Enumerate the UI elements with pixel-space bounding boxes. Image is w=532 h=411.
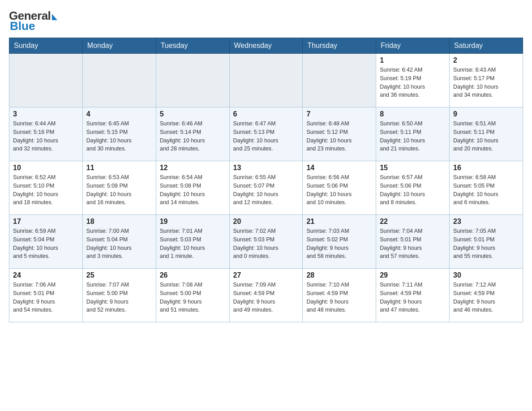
calendar-weekday-header: Saturday	[450, 38, 523, 54]
day-info: Sunrise: 7:03 AM Sunset: 5:02 PM Dayligh…	[306, 227, 372, 261]
day-number: 1	[380, 56, 446, 64]
day-info: Sunrise: 7:01 AM Sunset: 5:03 PM Dayligh…	[160, 227, 226, 261]
calendar-week-row: 24Sunrise: 7:06 AM Sunset: 5:01 PM Dayli…	[9, 269, 523, 322]
calendar-day-cell: 16Sunrise: 6:58 AM Sunset: 5:05 PM Dayli…	[450, 161, 523, 215]
day-number: 10	[13, 164, 79, 172]
day-info: Sunrise: 7:04 AM Sunset: 5:01 PM Dayligh…	[380, 227, 446, 261]
day-number: 22	[380, 218, 446, 226]
day-info: Sunrise: 6:45 AM Sunset: 5:15 PM Dayligh…	[86, 120, 152, 153]
calendar-day-cell: 26Sunrise: 7:08 AM Sunset: 5:00 PM Dayli…	[156, 269, 229, 322]
day-number: 13	[233, 164, 299, 172]
day-number: 6	[233, 110, 299, 118]
calendar-day-cell: 25Sunrise: 7:07 AM Sunset: 5:00 PM Dayli…	[82, 269, 156, 322]
day-number: 18	[86, 218, 152, 226]
day-number: 29	[380, 271, 446, 279]
calendar-day-cell: 27Sunrise: 7:09 AM Sunset: 4:59 PM Dayli…	[229, 269, 303, 322]
calendar-weekday-header: Monday	[82, 38, 156, 54]
calendar-week-row: 17Sunrise: 6:59 AM Sunset: 5:04 PM Dayli…	[9, 215, 523, 269]
day-number: 26	[160, 271, 226, 279]
calendar-day-cell: 15Sunrise: 6:57 AM Sunset: 5:06 PM Dayli…	[376, 161, 450, 215]
day-number: 15	[380, 164, 446, 172]
day-info: Sunrise: 7:11 AM Sunset: 4:59 PM Dayligh…	[380, 281, 446, 314]
calendar-day-cell: 13Sunrise: 6:55 AM Sunset: 5:07 PM Dayli…	[229, 161, 303, 215]
calendar-day-cell: 21Sunrise: 7:03 AM Sunset: 5:02 PM Dayli…	[303, 215, 376, 269]
calendar-day-cell: 18Sunrise: 7:00 AM Sunset: 5:04 PM Dayli…	[82, 215, 156, 269]
page-header: General Blue	[9, 9, 523, 33]
calendar-weekday-header: Tuesday	[156, 38, 229, 54]
calendar-header-row: SundayMondayTuesdayWednesdayThursdayFrid…	[9, 38, 523, 54]
calendar-table: SundayMondayTuesdayWednesdayThursdayFrid…	[9, 38, 523, 322]
calendar-day-cell: 12Sunrise: 6:54 AM Sunset: 5:08 PM Dayli…	[156, 161, 229, 215]
day-info: Sunrise: 7:09 AM Sunset: 4:59 PM Dayligh…	[233, 281, 299, 314]
calendar-day-cell: 8Sunrise: 6:50 AM Sunset: 5:11 PM Daylig…	[376, 107, 450, 161]
day-info: Sunrise: 7:12 AM Sunset: 4:59 PM Dayligh…	[453, 281, 519, 314]
day-info: Sunrise: 7:08 AM Sunset: 5:00 PM Dayligh…	[160, 281, 226, 314]
day-info: Sunrise: 6:54 AM Sunset: 5:08 PM Dayligh…	[160, 173, 226, 207]
calendar-day-cell: 7Sunrise: 6:48 AM Sunset: 5:12 PM Daylig…	[303, 107, 376, 161]
day-info: Sunrise: 6:58 AM Sunset: 5:05 PM Dayligh…	[453, 173, 519, 207]
calendar-day-cell: 22Sunrise: 7:04 AM Sunset: 5:01 PM Dayli…	[376, 215, 450, 269]
day-number: 30	[453, 271, 519, 279]
day-number: 5	[160, 110, 226, 118]
calendar-day-cell: 28Sunrise: 7:10 AM Sunset: 4:59 PM Dayli…	[303, 269, 376, 322]
day-number: 12	[160, 164, 226, 172]
day-info: Sunrise: 7:06 AM Sunset: 5:01 PM Dayligh…	[13, 281, 79, 314]
calendar-day-cell: 4Sunrise: 6:45 AM Sunset: 5:15 PM Daylig…	[82, 107, 156, 161]
calendar-day-cell: 9Sunrise: 6:51 AM Sunset: 5:11 PM Daylig…	[450, 107, 523, 161]
day-number: 7	[306, 110, 372, 118]
day-info: Sunrise: 7:02 AM Sunset: 5:03 PM Dayligh…	[233, 227, 299, 261]
day-info: Sunrise: 6:42 AM Sunset: 5:19 PM Dayligh…	[380, 66, 446, 99]
calendar-day-cell: 3Sunrise: 6:44 AM Sunset: 5:16 PM Daylig…	[9, 107, 83, 161]
calendar-day-cell: 14Sunrise: 6:56 AM Sunset: 5:06 PM Dayli…	[303, 161, 376, 215]
day-number: 11	[86, 164, 152, 172]
day-info: Sunrise: 7:07 AM Sunset: 5:00 PM Dayligh…	[86, 281, 152, 314]
day-info: Sunrise: 7:10 AM Sunset: 4:59 PM Dayligh…	[306, 281, 372, 314]
calendar-day-cell: 23Sunrise: 7:05 AM Sunset: 5:01 PM Dayli…	[450, 215, 523, 269]
day-info: Sunrise: 6:57 AM Sunset: 5:06 PM Dayligh…	[380, 173, 446, 207]
calendar-day-cell: 1Sunrise: 6:42 AM Sunset: 5:19 PM Daylig…	[376, 54, 450, 107]
day-info: Sunrise: 6:59 AM Sunset: 5:04 PM Dayligh…	[13, 227, 79, 261]
calendar-weekday-header: Thursday	[303, 38, 376, 54]
calendar-week-row: 3Sunrise: 6:44 AM Sunset: 5:16 PM Daylig…	[9, 107, 523, 161]
calendar-day-cell: 19Sunrise: 7:01 AM Sunset: 5:03 PM Dayli…	[156, 215, 229, 269]
calendar-day-cell: 30Sunrise: 7:12 AM Sunset: 4:59 PM Dayli…	[450, 269, 523, 322]
day-number: 16	[453, 164, 519, 172]
day-info: Sunrise: 6:50 AM Sunset: 5:11 PM Dayligh…	[380, 120, 446, 153]
day-number: 17	[13, 218, 79, 226]
calendar-day-cell	[9, 54, 83, 107]
calendar-week-row: 1Sunrise: 6:42 AM Sunset: 5:19 PM Daylig…	[9, 54, 523, 107]
day-number: 23	[453, 218, 519, 226]
day-number: 14	[306, 164, 372, 172]
day-info: Sunrise: 6:43 AM Sunset: 5:17 PM Dayligh…	[453, 66, 519, 99]
calendar-week-row: 10Sunrise: 6:52 AM Sunset: 5:10 PM Dayli…	[9, 161, 523, 215]
calendar-weekday-header: Wednesday	[229, 38, 303, 54]
logo-arrow-icon	[52, 14, 57, 20]
day-number: 3	[13, 110, 79, 118]
logo-blue-text: Blue	[10, 19, 35, 33]
day-info: Sunrise: 6:53 AM Sunset: 5:09 PM Dayligh…	[86, 173, 152, 207]
calendar-day-cell: 11Sunrise: 6:53 AM Sunset: 5:09 PM Dayli…	[82, 161, 156, 215]
calendar-day-cell	[156, 54, 229, 107]
day-info: Sunrise: 6:52 AM Sunset: 5:10 PM Dayligh…	[13, 173, 79, 207]
day-number: 25	[86, 271, 152, 279]
calendar-day-cell: 5Sunrise: 6:46 AM Sunset: 5:14 PM Daylig…	[156, 107, 229, 161]
day-number: 19	[160, 218, 226, 226]
calendar-day-cell	[82, 54, 156, 107]
day-info: Sunrise: 6:51 AM Sunset: 5:11 PM Dayligh…	[453, 120, 519, 153]
calendar-day-cell	[303, 54, 376, 107]
calendar-day-cell: 10Sunrise: 6:52 AM Sunset: 5:10 PM Dayli…	[9, 161, 83, 215]
day-info: Sunrise: 7:05 AM Sunset: 5:01 PM Dayligh…	[453, 227, 519, 261]
day-info: Sunrise: 6:47 AM Sunset: 5:13 PM Dayligh…	[233, 120, 299, 153]
day-number: 2	[453, 56, 519, 64]
calendar-day-cell: 20Sunrise: 7:02 AM Sunset: 5:03 PM Dayli…	[229, 215, 303, 269]
calendar-day-cell	[229, 54, 303, 107]
day-number: 8	[380, 110, 446, 118]
day-number: 9	[453, 110, 519, 118]
day-info: Sunrise: 6:48 AM Sunset: 5:12 PM Dayligh…	[306, 120, 372, 153]
day-info: Sunrise: 6:44 AM Sunset: 5:16 PM Dayligh…	[13, 120, 79, 153]
day-info: Sunrise: 6:46 AM Sunset: 5:14 PM Dayligh…	[160, 120, 226, 153]
calendar-day-cell: 17Sunrise: 6:59 AM Sunset: 5:04 PM Dayli…	[9, 215, 83, 269]
day-info: Sunrise: 7:00 AM Sunset: 5:04 PM Dayligh…	[86, 227, 152, 261]
day-number: 21	[306, 218, 372, 226]
day-info: Sunrise: 6:55 AM Sunset: 5:07 PM Dayligh…	[233, 173, 299, 207]
